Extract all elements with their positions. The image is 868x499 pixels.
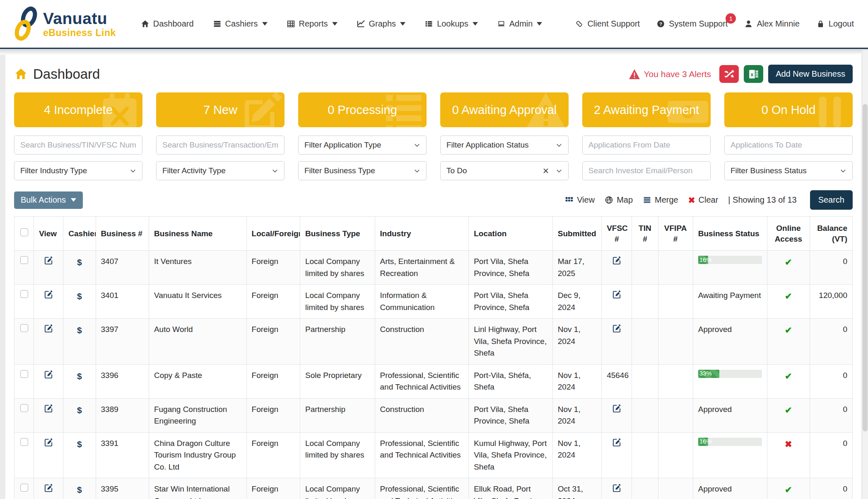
map-toggle[interactable]: Map bbox=[605, 195, 633, 205]
user-name: Alex Minnie bbox=[757, 19, 799, 29]
row-checkbox[interactable] bbox=[20, 438, 28, 446]
view-edit-icon[interactable] bbox=[44, 324, 53, 333]
nav-item-cashiers[interactable]: Cashiers bbox=[213, 19, 268, 29]
view-edit-icon[interactable] bbox=[44, 290, 53, 299]
view-edit-icon[interactable] bbox=[44, 370, 53, 379]
export-excel-button[interactable] bbox=[744, 65, 763, 83]
row-checkbox[interactable] bbox=[20, 324, 28, 332]
view-toggle[interactable]: View bbox=[565, 195, 595, 205]
row-checkbox[interactable] bbox=[20, 484, 28, 492]
client-support-link[interactable]: Client Support bbox=[575, 19, 640, 29]
business-status-cell: Approved bbox=[693, 398, 767, 432]
page-title-text: Dashboard bbox=[33, 66, 100, 82]
card-new[interactable]: 7 New bbox=[156, 92, 285, 127]
vfsc-edit-icon[interactable] bbox=[612, 483, 622, 493]
filter-application-type-select[interactable]: Filter Application Type bbox=[298, 136, 427, 155]
list-icon bbox=[424, 19, 433, 28]
balance-cell: 120,000 bbox=[810, 285, 852, 319]
row-checkbox[interactable] bbox=[20, 370, 28, 378]
business-status-cell: 16% bbox=[693, 251, 767, 285]
vfsc-edit-icon[interactable] bbox=[612, 404, 622, 413]
card-awaiting-payment[interactable]: 2 Awaiting Payment bbox=[582, 92, 711, 127]
clear-selection-icon[interactable]: ✕ bbox=[542, 166, 549, 176]
vfsc-edit-icon[interactable] bbox=[612, 324, 622, 333]
vfsc-edit-icon[interactable] bbox=[612, 290, 622, 299]
system-support-link[interactable]: System Support 1 bbox=[656, 19, 728, 29]
applications-to-date-input[interactable] bbox=[731, 140, 846, 150]
vfsc-edit-icon[interactable] bbox=[612, 256, 622, 265]
card-awaiting-approval[interactable]: 0 Awaiting Approval bbox=[440, 92, 569, 127]
business-number-cell: 3407 bbox=[96, 251, 149, 285]
cashier-dollar-icon[interactable]: $ bbox=[77, 325, 82, 335]
nav-label: Admin bbox=[509, 19, 533, 29]
local-foreign-cell: Foreign bbox=[246, 319, 300, 365]
cashier-dollar-icon[interactable]: $ bbox=[77, 405, 82, 415]
industry-cell: Professional, Scientific and Technical A… bbox=[375, 432, 469, 478]
view-edit-icon[interactable] bbox=[44, 404, 53, 413]
filter-business-type-select[interactable]: Filter Business Type bbox=[298, 161, 427, 180]
card-incomplete[interactable]: 4 Incomplete bbox=[14, 92, 142, 127]
check-icon: ✔ bbox=[785, 257, 792, 267]
logout-link[interactable]: Logout bbox=[816, 19, 854, 29]
status-cards: 4 Incomplete 7 New 0 Processing 0 Awaiti… bbox=[14, 92, 853, 127]
check-icon: ✔ bbox=[785, 485, 792, 494]
search-transaction-input[interactable] bbox=[162, 140, 278, 150]
nav-item-admin[interactable]: Admin bbox=[497, 19, 542, 29]
clear-button[interactable]: ✖ Clear bbox=[688, 195, 719, 205]
nav-item-dashboard[interactable]: Dashboard bbox=[141, 19, 194, 29]
merge-label: Merge bbox=[655, 195, 678, 205]
search-investor-input[interactable] bbox=[588, 166, 704, 175]
scrollbar-thumb[interactable] bbox=[863, 104, 868, 431]
card-processing[interactable]: 0 Processing bbox=[298, 92, 427, 127]
vfsc-edit-icon[interactable] bbox=[612, 438, 622, 447]
view-edit-icon[interactable] bbox=[44, 483, 53, 493]
row-checkbox[interactable] bbox=[20, 404, 28, 412]
filter-activity-type-select[interactable]: Filter Activity Type bbox=[156, 161, 285, 180]
merge-button[interactable]: Merge bbox=[643, 195, 678, 205]
select-value: Filter Application Type bbox=[304, 140, 381, 150]
user-menu[interactable]: Alex Minnie bbox=[744, 19, 799, 29]
filter-business-status-select[interactable]: Filter Business Status bbox=[724, 161, 853, 180]
balance-cell: 0 bbox=[810, 251, 852, 285]
select-all-checkbox[interactable] bbox=[20, 228, 28, 236]
shuffle-button[interactable] bbox=[719, 65, 739, 83]
todo-select[interactable]: To Do ✕ bbox=[440, 161, 569, 180]
business-number-cell: 3395 bbox=[96, 478, 149, 499]
search-button[interactable]: Search bbox=[810, 190, 853, 210]
vfsc-cell bbox=[602, 432, 632, 478]
cashier-dollar-icon[interactable]: $ bbox=[77, 485, 82, 494]
cashier-dollar-icon[interactable]: $ bbox=[77, 439, 82, 449]
cashier-dollar-icon[interactable]: $ bbox=[77, 257, 82, 267]
bulk-actions-button[interactable]: Bulk Actions bbox=[14, 191, 83, 209]
filter-application-status-select[interactable]: Filter Application Status bbox=[440, 136, 569, 155]
navbar-shadow bbox=[0, 49, 868, 55]
vfipa-cell bbox=[658, 398, 693, 432]
home-icon bbox=[141, 19, 149, 28]
cashier-cell: $ bbox=[63, 398, 96, 432]
filter-industry-type-select[interactable]: Filter Industry Type bbox=[14, 161, 142, 180]
alerts-link[interactable]: You have 3 Alerts bbox=[629, 69, 711, 79]
view-edit-icon[interactable] bbox=[44, 256, 53, 265]
add-new-business-button[interactable]: Add New Business bbox=[768, 65, 853, 83]
table-row: $3397Auto WorldForeignPartnershipConstru… bbox=[14, 319, 853, 365]
nav-item-reports[interactable]: Reports bbox=[287, 19, 338, 29]
card-on-hold[interactable]: 0 On Hold bbox=[724, 92, 853, 127]
status-progress-label: 16% bbox=[699, 437, 712, 446]
cashier-dollar-icon[interactable]: $ bbox=[77, 291, 82, 301]
nav-item-lookups[interactable]: Lookups bbox=[424, 19, 478, 29]
cashier-dollar-icon[interactable]: $ bbox=[77, 371, 82, 381]
row-select-cell bbox=[14, 319, 34, 365]
applications-from-date-input[interactable] bbox=[588, 140, 704, 150]
status-text: Approved bbox=[698, 325, 732, 334]
col-header-location: Location bbox=[469, 217, 553, 251]
search-business-input[interactable] bbox=[20, 140, 136, 150]
view-edit-icon[interactable] bbox=[44, 438, 53, 447]
vertical-scrollbar[interactable] bbox=[862, 50, 868, 499]
col-header-view: View bbox=[34, 217, 63, 251]
row-checkbox[interactable] bbox=[20, 290, 28, 298]
status-progress-bar: 33% bbox=[698, 370, 762, 378]
row-checkbox[interactable] bbox=[20, 256, 28, 264]
business-number-cell: 3401 bbox=[96, 285, 149, 319]
nav-item-graphs[interactable]: Graphs bbox=[357, 19, 406, 29]
brand-logo[interactable]: Vanuatu eBusiness Link bbox=[12, 6, 116, 42]
